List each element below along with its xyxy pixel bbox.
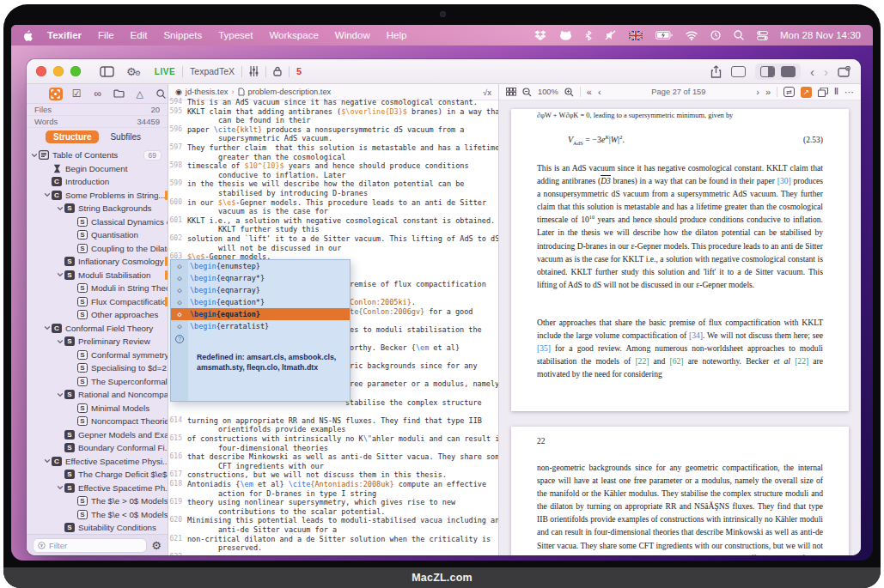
menu-item-snippets[interactable]: Snippets — [163, 30, 202, 40]
completion-item[interactable]: ◇\begin{eqnarray*} — [171, 272, 350, 284]
more-options-icon[interactable]: ⋯ — [844, 88, 854, 97]
code-line-wrap[interactable]: stabilised by introducing D-branes — [168, 189, 498, 198]
code-line[interactable]: 601KKLT i.e., a solution with negative c… — [168, 216, 498, 226]
code-line-wrap[interactable]: CFT ingredients with our — [168, 462, 498, 471]
issues-icon[interactable]: △ — [133, 88, 147, 100]
code-line[interactable]: 595KKLT claim that adding antibranes ($\… — [168, 107, 498, 117]
code-line[interactable]: 599in the thesis we will describe how th… — [168, 179, 498, 189]
toc-item[interactable]: SQuantisation — [27, 228, 168, 242]
prev-page-icon[interactable]: ‹ — [598, 88, 601, 97]
code-line-wrap[interactable]: can be found in their — [168, 116, 498, 125]
toc-item[interactable]: SBoundary Conformal Fi... — [27, 441, 168, 455]
search-icon[interactable] — [155, 88, 168, 100]
engine-selector[interactable]: TexpadTeX — [190, 66, 235, 76]
code-line-wrap[interactable]: vacuum as is the case for — [168, 207, 498, 216]
toc-item[interactable]: SInflationary Cosmology ... — [27, 255, 168, 269]
apple-icon[interactable] — [23, 29, 34, 41]
thumbnails-icon[interactable] — [506, 88, 516, 96]
code-line-wrap[interactable]: KKLT further study this — [168, 225, 498, 234]
error-count-badge[interactable]: 5 — [296, 66, 302, 76]
sidebar-settings-icon[interactable]: ⚙ — [151, 539, 162, 552]
toc-item[interactable]: SOther approaches — [27, 308, 168, 322]
chevron-down-icon[interactable] — [43, 458, 52, 464]
toc-item[interactable]: Begin Document — [27, 162, 168, 176]
log-filter-icon[interactable] — [249, 66, 259, 76]
dropbox-icon[interactable] — [534, 30, 546, 40]
toc-item[interactable]: SString Backgrounds — [27, 202, 168, 215]
toc-item[interactable]: SModuli in String Theory — [27, 282, 168, 295]
sync-scroll-icon[interactable]: ⇄ — [783, 87, 795, 97]
code-line[interactable]: 597They further claim that this solution… — [168, 143, 498, 153]
zoom-out-icon[interactable] — [522, 88, 532, 97]
live-typeset-badge[interactable]: LIVE — [155, 67, 175, 76]
toc-item[interactable]: SRational and Noncompa... — [27, 388, 168, 402]
last-page-icon[interactable]: » — [765, 88, 771, 97]
tab-subfiles[interactable]: Subfiles — [102, 130, 149, 143]
toc-item[interactable]: SMinimal Models — [27, 402, 168, 415]
code-line[interactable]: 600in our $\e$-Gepner models. This proce… — [168, 198, 498, 208]
completion-item[interactable]: ◇\begin{enumstep} — [171, 260, 350, 272]
math-preview-button[interactable]: √x — [483, 88, 491, 97]
share-icon[interactable] — [710, 65, 722, 78]
code-line[interactable]: 614turning on appropriate RR and NS-NS f… — [168, 416, 498, 426]
layout-pdf-button[interactable] — [781, 66, 796, 77]
menu-item-texifier[interactable]: Texifier — [47, 30, 82, 40]
completion-item[interactable]: ◇\begin{erratalist} — [171, 320, 350, 332]
menubar-clock[interactable]: Mon 28 Nov 14:30 — [780, 30, 861, 40]
toc-item[interactable]: SThe Superconformal ... — [27, 375, 168, 389]
zoom-in-icon[interactable] — [564, 88, 574, 97]
zoom-level[interactable]: 100% — [538, 88, 558, 96]
menu-item-edit[interactable]: Edit — [131, 30, 148, 40]
layout-editor-button[interactable] — [731, 66, 746, 77]
code-line[interactable]: 615of constructions with intrinsically n… — [168, 434, 498, 444]
keyboard-layout-flag-icon[interactable] — [629, 31, 643, 40]
layout-split-button[interactable] — [760, 66, 775, 77]
toc-item[interactable]: SFlux Compactificatio... — [27, 295, 168, 309]
toc-item[interactable]: SConformal symmetry ... — [27, 349, 168, 362]
code-line-wrap[interactable]: orientifolds provide examples — [168, 425, 498, 434]
code-line[interactable]: 619theory using nonlinear supersymmetry,… — [168, 498, 498, 507]
close-button[interactable] — [36, 66, 46, 76]
toc-item[interactable]: SCoupling to the Dilato... — [27, 242, 168, 256]
completion-item[interactable]: ◇\begin{equation} — [171, 308, 350, 320]
menu-item-help[interactable]: Help — [387, 30, 407, 40]
code-area[interactable]: 594This is an AdS vacuum since it has ne… — [168, 98, 498, 555]
code-line-wrap[interactable]: action for D-branes in type I string — [168, 489, 498, 499]
files-folder-icon[interactable] — [113, 88, 126, 100]
control-center-icon[interactable] — [757, 31, 768, 40]
chevron-down-icon[interactable] — [56, 338, 64, 345]
toc-item[interactable]: SNoncompact Theories — [27, 415, 168, 428]
toc-item[interactable]: SThe $\e > 0$ Models — [27, 494, 168, 508]
menu-item-workspace[interactable]: Workspace — [269, 30, 318, 40]
completion-item[interactable]: ◇\begin{eqnarray} — [171, 284, 350, 296]
chevron-down-icon[interactable] — [56, 484, 64, 491]
lock-icon[interactable] — [273, 66, 282, 76]
chevron-down-icon[interactable] — [43, 191, 52, 198]
toc-item[interactable]: CEffective Spacetime Physi... — [27, 455, 168, 469]
first-page-icon[interactable]: « — [587, 88, 592, 97]
chevron-down-icon[interactable] — [56, 391, 64, 398]
jump-to-source-icon[interactable]: ↗ — [801, 87, 812, 98]
animal-app-icon[interactable] — [559, 30, 572, 40]
chevron-down-icon[interactable] — [56, 271, 64, 278]
code-line[interactable]: 620Minimising this potential leads to mo… — [168, 516, 498, 525]
toc-item[interactable]: SPreliminary Review — [27, 335, 168, 349]
toc-item[interactable]: SThe $\e < 0$ Models — [27, 508, 168, 522]
back-icon[interactable]: ‹ — [810, 65, 814, 78]
code-line-wrap[interactable]: four-dimensional theories — [168, 444, 498, 453]
titlebar[interactable]: ⚙⚙ LIVE TexpadTeX 5 — [27, 59, 861, 84]
toc-item[interactable]: SThe Charge Deficit $\e$ — [27, 468, 168, 482]
toc-item[interactable]: CSome Problems in String... — [27, 189, 168, 203]
collate-pages-icon[interactable] — [818, 88, 828, 97]
forward-icon[interactable]: › — [824, 65, 828, 78]
typeset-loop-icon[interactable]: ∞ — [91, 88, 105, 100]
pdf-viewport[interactable]: ∂φW + W∂φK = 0, leading to a supersymmet… — [499, 100, 861, 555]
code-line-wrap[interactable]: will not be discussed in our — [168, 244, 498, 253]
code-line-wrap[interactable]: greater than the cosmological — [168, 153, 498, 162]
code-line[interactable]: 602solution and `lift' it to a de Sitter… — [168, 234, 498, 244]
code-line-wrap[interactable]: anti-de Sitter vacuum for a — [168, 525, 498, 535]
completion-item[interactable]: ◇\begin{equation*} — [171, 296, 350, 308]
toc-item[interactable]: Table of Contents69 — [27, 149, 168, 162]
new-window-icon[interactable] — [838, 66, 850, 77]
chevron-down-icon[interactable] — [56, 205, 64, 212]
